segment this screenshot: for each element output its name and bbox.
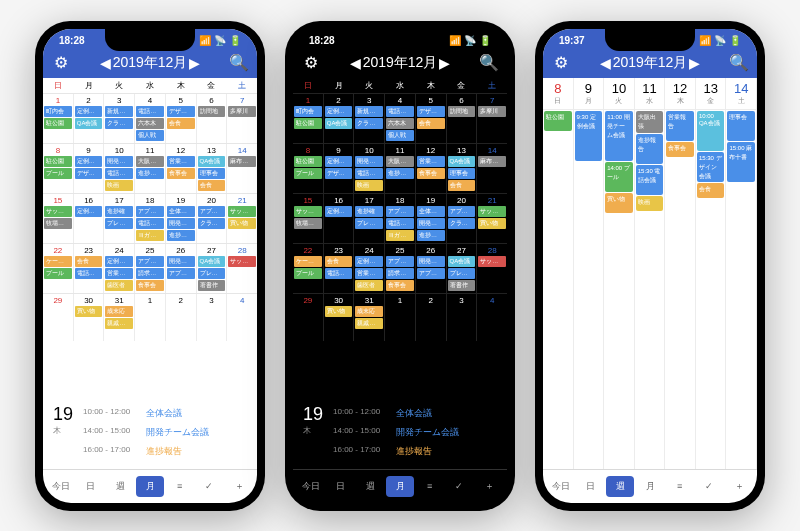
tab-day[interactable]: 日: [577, 476, 605, 497]
event-chip[interactable]: QA会議: [198, 156, 226, 167]
event-chip[interactable]: 食事会: [417, 168, 445, 179]
day-cell[interactable]: 6訪問地: [447, 94, 478, 143]
week-day-header[interactable]: 14土: [726, 78, 756, 110]
week-event[interactable]: 15:30 電話会議: [636, 165, 664, 195]
event-chip[interactable]: サッカー: [294, 206, 322, 217]
day-cell[interactable]: 12営業報告食事会: [416, 144, 447, 193]
week-day-column[interactable]: 8日駐公園: [543, 78, 574, 469]
tab-list[interactable]: ≡: [416, 476, 444, 497]
event-chip[interactable]: QA会議: [325, 118, 353, 129]
day-cell[interactable]: 2定例会議QA会議: [324, 94, 355, 143]
day-cell[interactable]: 1町内会駐公園: [43, 94, 74, 143]
event-chip[interactable]: ヨガ教室: [386, 230, 414, 241]
event-chip[interactable]: 定例会議: [75, 156, 103, 167]
event-chip[interactable]: 買い物: [75, 306, 103, 317]
day-cell[interactable]: 12営業報告食事会: [166, 144, 197, 193]
day-cell[interactable]: 2定例会議QA会議: [74, 94, 105, 143]
event-chip[interactable]: 進捗報告: [386, 168, 414, 179]
event-chip[interactable]: 理事会: [448, 168, 476, 179]
settings-icon[interactable]: ⚙: [303, 55, 319, 71]
day-cell[interactable]: 4: [477, 294, 507, 341]
event-chip[interactable]: QA会議: [75, 118, 103, 129]
event-chip[interactable]: 著書作: [198, 280, 226, 291]
event-chip[interactable]: 新規プロ: [105, 106, 133, 117]
day-cell[interactable]: 21サッカー買い物: [477, 194, 507, 243]
event-chip[interactable]: 開発チー: [167, 218, 195, 229]
day-cell[interactable]: 30買い物: [324, 294, 355, 341]
event-chip[interactable]: プレゼン: [355, 218, 383, 229]
event-chip[interactable]: 食事会: [167, 168, 195, 179]
day-cell[interactable]: 14麻布十番: [227, 144, 257, 193]
event-chip[interactable]: 多摩川: [478, 106, 506, 117]
event-chip[interactable]: 著書作: [448, 280, 476, 291]
event-chip[interactable]: 麻布十番: [228, 156, 256, 167]
event-chip[interactable]: プレゼン: [105, 218, 133, 229]
event-chip[interactable]: サッカー: [44, 206, 72, 217]
event-chip[interactable]: アプリデ: [198, 206, 226, 217]
day-cell[interactable]: 21サッカー買い物: [227, 194, 257, 243]
event-chip[interactable]: 歳末応: [355, 306, 383, 317]
tab-list[interactable]: ≡: [666, 476, 694, 497]
event-chip[interactable]: 会食: [417, 118, 445, 129]
event-chip[interactable]: 駐公園: [294, 118, 322, 129]
day-cell[interactable]: 2: [416, 294, 447, 341]
tab-week[interactable]: 週: [606, 476, 634, 497]
month-grid[interactable]: 1町内会駐公園2定例会議QA会議3新規プロクライア4電話会議六本木個人戦5デザイ…: [43, 93, 257, 396]
event-chip[interactable]: 定例会議: [325, 206, 353, 217]
event-chip[interactable]: 牧場見学: [44, 218, 72, 229]
event-chip[interactable]: プール: [44, 268, 72, 279]
event-chip[interactable]: ケータリ: [44, 256, 72, 267]
event-chip[interactable]: 会食: [167, 118, 195, 129]
day-cell[interactable]: 13QA会議理事会会食: [197, 144, 228, 193]
day-cell[interactable]: 17進捗確プレゼン: [104, 194, 135, 243]
week-event[interactable]: 14:00 プール: [605, 162, 633, 192]
event-chip[interactable]: 町内会: [44, 106, 72, 117]
day-cell[interactable]: 22ケータリプール: [43, 244, 74, 293]
detail-event-row[interactable]: 14:00 - 15:00開発チーム会議: [83, 423, 247, 442]
search-icon[interactable]: 🔍: [231, 55, 247, 71]
event-chip[interactable]: 映画: [105, 180, 133, 191]
tab-check[interactable]: ✓: [446, 476, 474, 497]
day-cell[interactable]: 4: [227, 294, 257, 341]
week-event[interactable]: 映画: [636, 196, 664, 211]
tab-check[interactable]: ✓: [696, 476, 724, 497]
event-chip[interactable]: 買い物: [325, 306, 353, 317]
day-cell[interactable]: 16定例会議: [324, 194, 355, 243]
detail-event-row[interactable]: 16:00 - 17:00進捗報告: [333, 442, 497, 461]
event-chip[interactable]: 牧場見学: [294, 218, 322, 229]
week-event[interactable]: 会食: [697, 183, 725, 198]
day-cell[interactable]: 31歳末応親戚訪問: [104, 294, 135, 341]
week-day-column[interactable]: 9月9:30 定例会議: [574, 78, 605, 469]
search-icon[interactable]: 🔍: [481, 55, 497, 71]
event-chip[interactable]: プール: [294, 268, 322, 279]
day-cell[interactable]: 8駐公園プール: [43, 144, 74, 193]
event-chip[interactable]: 駐公園: [44, 118, 72, 129]
day-cell[interactable]: 23会食電話会議: [74, 244, 105, 293]
week-event[interactable]: 理事会: [727, 111, 755, 141]
event-chip[interactable]: デザイン: [75, 168, 103, 179]
week-event[interactable]: 15:00 麻布十番: [727, 142, 755, 182]
event-chip[interactable]: 電話会議: [325, 268, 353, 279]
event-chip[interactable]: 大阪出張: [136, 156, 164, 167]
tab-list[interactable]: ≡: [166, 476, 194, 497]
event-chip[interactable]: 歯医者: [355, 280, 383, 291]
event-chip[interactable]: 買い物: [228, 218, 256, 229]
event-chip[interactable]: アプリ設: [386, 256, 414, 267]
week-day-column[interactable]: 13金10:00 QA会議15:30 デザイン会議会食: [696, 78, 727, 469]
day-cell[interactable]: 2: [166, 294, 197, 341]
event-chip[interactable]: 会食: [325, 256, 353, 267]
tab-month[interactable]: 月: [636, 476, 664, 497]
event-chip[interactable]: プレゼン: [198, 268, 226, 279]
event-chip[interactable]: 開発チー: [417, 218, 445, 229]
event-chip[interactable]: 営業報告: [417, 156, 445, 167]
event-chip[interactable]: QA会議: [198, 256, 226, 267]
week-event[interactable]: 11:00 開発チーム会議: [605, 111, 633, 161]
event-chip[interactable]: QA会議: [448, 256, 476, 267]
day-cell[interactable]: 9定例会議デザイン: [74, 144, 105, 193]
event-chip[interactable]: 六本木: [136, 118, 164, 129]
day-cell[interactable]: 27QA会議プレゼン著書作: [447, 244, 478, 293]
event-chip[interactable]: 進捗確: [355, 206, 383, 217]
tab-day[interactable]: 日: [77, 476, 105, 497]
day-cell[interactable]: 7多摩川: [227, 94, 257, 143]
event-chip[interactable]: デザイン: [325, 168, 353, 179]
